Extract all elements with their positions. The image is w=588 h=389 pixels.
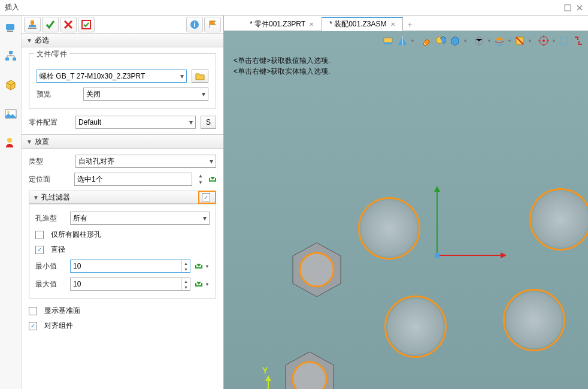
face-updown[interactable]: ▲▼ [196,173,205,186]
type-select[interactable]: 自动孔对齐 [75,155,216,168]
vt-target-icon[interactable] [537,34,551,48]
bolt-hex-2 [280,349,340,389]
vt-corner-icon[interactable] [571,34,586,48]
disc-1 [361,200,417,257]
vt-pyramid-icon[interactable] [395,34,410,48]
min-label: 最小值 [35,261,65,272]
section-required-header[interactable]: ▼ 必选 [22,33,223,47]
diameter-label: 直径 [51,245,65,255]
face-selection[interactable]: 选中1个 [74,173,192,186]
close-panel-icon[interactable] [575,3,584,13]
flag-icon[interactable] [204,17,221,32]
face-label: 定位面 [29,174,71,185]
iconbar-hierarchy-icon[interactable] [4,49,18,64]
hole-type-select[interactable]: 所有 [70,212,210,225]
align-components-checkbox[interactable] [29,322,37,330]
apply-button[interactable] [78,17,95,32]
hint-text: <单击右键>获取数值输入选项. <单击右键>获取实体输入选项. [234,55,330,77]
disc-3 [506,292,562,348]
hole-filter-header[interactable]: ▼ 孔过滤器 [29,191,198,204]
disc-2 [387,298,444,355]
panel-title: 插入 [4,2,19,13]
chevron-down-icon[interactable]: ▼ [462,38,468,44]
iconbar-image-icon[interactable] [4,107,18,121]
svg-rect-34 [560,37,568,44]
vt-mode-icon[interactable] [381,34,395,48]
vt-cube-wire-icon[interactable] [472,34,486,48]
tab-part[interactable]: * 零件001.Z3PRT ✕ [242,17,322,31]
svg-rect-12 [82,20,90,29]
svg-rect-25 [435,253,440,258]
svg-marker-22 [434,186,440,192]
face-apply-icon[interactable] [209,177,216,182]
type-label: 类型 [29,156,71,167]
svg-point-33 [542,40,545,42]
browse-button[interactable] [192,70,208,83]
diameter-checkbox[interactable] [35,246,44,254]
show-datum-checkbox[interactable] [29,307,37,315]
max-label: 最大值 [35,279,65,290]
preview-label: 预览 [37,89,78,99]
collapse-icon: ▼ [26,138,32,145]
chevron-down-icon[interactable]: ▼ [507,38,513,44]
max-apply-icon[interactable]: ▼ [195,282,210,287]
svg-rect-5 [13,58,16,61]
min-apply-icon[interactable]: ▼ [195,264,210,269]
only-cylindrical-checkbox[interactable] [35,231,44,239]
bolt-hex-1 [287,240,347,300]
svg-rect-2 [7,31,13,32]
hole-filter-enable[interactable] [198,191,216,204]
iconbar-user-icon[interactable] [4,135,18,150]
max-value-input[interactable]: ▲▼ [70,278,190,291]
svg-marker-27 [265,375,271,381]
minimize-icon[interactable] [563,3,572,13]
document-tabs: * 零件001.Z3PRT ✕ * 装配001.Z3ASM ✕ + [224,16,588,31]
part-config-label: 零件配置 [29,117,71,128]
close-icon[interactable]: ✕ [390,21,395,28]
collapse-icon: ▼ [33,194,39,201]
svg-rect-0 [565,5,571,11]
insert-panel: i ▼ 必选 文件/零件 螺栓 GB_T 27-M10x30_2.Z3PRT 预… [22,16,224,389]
section-placement-header[interactable]: ▼ 放置 [22,134,223,149]
cancel-button[interactable] [60,17,77,32]
min-value-input[interactable]: ▲▼ [70,260,190,273]
preview-select[interactable]: 关闭 [83,88,208,101]
tab-assembly[interactable]: * 装配001.Z3ASM ✕ [322,17,402,31]
close-icon[interactable]: ✕ [309,21,314,28]
mini-axes [263,374,287,389]
vt-layers-icon[interactable] [492,34,507,48]
svg-rect-10 [29,25,36,27]
file-select[interactable]: 螺栓 GB_T 27-M10x30_2.Z3PRT [37,70,187,83]
align-components-label: 对齐组件 [44,321,73,331]
vt-boxes-icon[interactable] [434,34,448,48]
file-group-label: 文件/零件 [34,49,69,59]
chevron-down-icon[interactable]: ▼ [551,38,557,44]
iconbar-box-icon[interactable] [4,78,18,92]
vt-eraser-icon[interactable] [419,34,434,48]
svg-rect-9 [31,20,34,25]
svg-point-8 [7,138,12,143]
svg-rect-30 [384,43,392,44]
hole-filter-checkbox[interactable] [202,193,210,201]
vt-cube-blue-icon[interactable] [448,34,462,48]
stamp-tool-icon[interactable] [24,17,41,32]
s-button[interactable]: S [201,116,216,129]
ok-button[interactable] [42,17,59,32]
chevron-down-icon[interactable]: ▼ [527,38,533,44]
disc-4 [532,191,588,248]
add-tab-button[interactable]: + [404,19,416,31]
info-icon[interactable]: i [186,17,203,32]
part-config-select[interactable]: Default [75,116,196,129]
canvas-3d[interactable]: <单击右键>获取数值输入选项. <单击右键>获取实体输入选项. [224,31,588,389]
vt-section-icon[interactable] [513,34,527,48]
chevron-down-icon[interactable]: ▼ [486,38,492,44]
vt-rect-select-icon[interactable] [557,34,571,48]
svg-rect-1 [6,24,14,30]
origin-axes [425,183,509,267]
chevron-down-icon[interactable]: ▼ [410,38,416,44]
only-cylindrical-label: 仅所有圆柱形孔 [51,230,101,240]
svg-point-7 [7,111,10,113]
svg-rect-4 [5,58,9,61]
collapse-icon: ▼ [26,37,32,44]
iconbar-tree-icon[interactable] [4,20,18,35]
